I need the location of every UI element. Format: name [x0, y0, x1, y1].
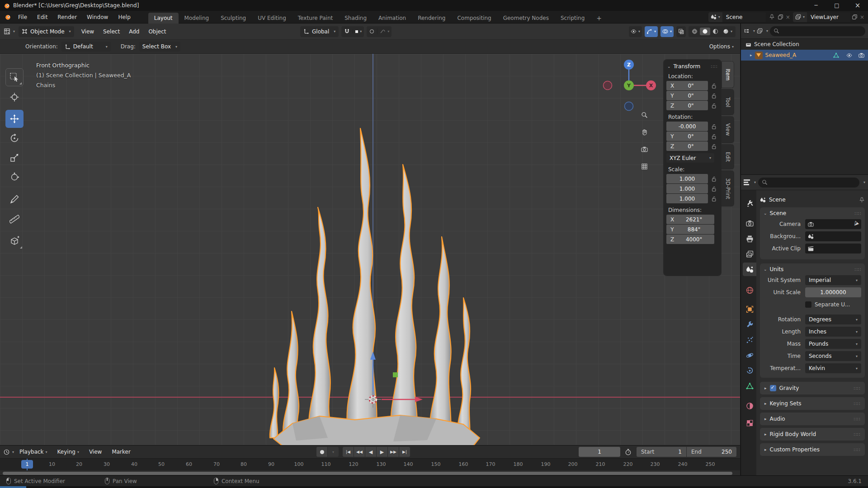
drag-handle-icon[interactable]: ∷∷ — [854, 401, 860, 406]
frame-start-field[interactable]: Start1 — [637, 447, 686, 457]
npanel-tab-tool[interactable]: Tool — [722, 89, 734, 115]
visibility-dropdown[interactable]: ▾ — [629, 26, 642, 37]
drag-handle-icon[interactable]: ∷∷ — [854, 417, 860, 422]
drag-handle-icon[interactable]: ∷∷ — [854, 447, 860, 452]
lock-icon[interactable] — [711, 123, 717, 130]
tool-tweak-select[interactable] — [5, 68, 24, 86]
scale-y-field[interactable]: 1.000 — [666, 184, 708, 193]
scrollbar-thumb[interactable] — [3, 472, 732, 475]
drag-handle-icon[interactable]: ∷∷ — [854, 386, 860, 391]
dimension-z-field[interactable]: Z4000" — [666, 235, 714, 244]
copy-viewlayer-icon[interactable] — [852, 14, 858, 20]
prev-keyframe-button[interactable]: ◀◀ — [354, 447, 365, 457]
lock-icon[interactable] — [711, 143, 717, 150]
viewport-menu-select[interactable]: Select — [99, 28, 124, 35]
shading-material-button[interactable] — [710, 28, 721, 34]
jump-to-end-button[interactable]: ▶| — [399, 447, 410, 457]
menu-marker[interactable]: Marker — [107, 449, 135, 455]
zoom-tool-icon[interactable] — [641, 112, 648, 118]
properties-editor-icon[interactable] — [744, 179, 750, 186]
viewport-menu-view[interactable]: View — [77, 28, 99, 35]
play-reverse-button[interactable]: ◀ — [365, 447, 376, 457]
viewport-menu-object[interactable]: Object — [144, 28, 170, 35]
playhead-current-frame[interactable]: 1 — [21, 460, 33, 469]
custom-properties-panel[interactable]: ▸Custom Properties∷∷ — [760, 443, 865, 456]
next-keyframe-button[interactable]: ▶▶ — [388, 447, 399, 457]
tool-transform[interactable] — [5, 168, 24, 186]
unit-scale-field[interactable]: 1.000000 — [805, 287, 861, 297]
viewport-menu-add[interactable]: Add — [124, 28, 144, 35]
drag-handle-icon[interactable]: ∷∷ — [854, 432, 860, 437]
tool-add-cube[interactable] — [5, 232, 24, 250]
scene-name[interactable]: Scene — [722, 12, 766, 22]
dimension-y-field[interactable]: Y884" — [666, 225, 714, 234]
length-unit-dropdown[interactable]: Inches▾ — [805, 327, 861, 337]
tool-annotate[interactable] — [5, 190, 24, 208]
collapse-arrow-icon[interactable]: ⌄ — [764, 267, 767, 272]
blender-menu-icon[interactable] — [5, 14, 11, 20]
camera-field[interactable]: ⧩ — [805, 219, 861, 229]
proportional-editing-toggle[interactable] — [367, 29, 377, 33]
transform-orientation-dropdown[interactable]: Global ▾ — [300, 26, 339, 37]
rotation-y-field[interactable]: Y0° — [666, 131, 708, 141]
mode-dropdown[interactable]: Object Mode ▾ — [19, 26, 74, 37]
drag-handle-icon[interactable]: ∷∷ — [854, 211, 861, 216]
menu-playback[interactable]: Playback▾ — [15, 449, 52, 455]
workspace-tab-scripting[interactable]: Scripting — [555, 13, 590, 23]
snap-settings-dropdown[interactable]: ▾ — [353, 29, 364, 33]
active-clip-field[interactable] — [805, 244, 861, 253]
workspace-tab-rendering[interactable]: Rendering — [412, 13, 451, 23]
outliner-row-seaweed[interactable]: ▸ Seaweed_A — [741, 50, 868, 61]
overlays-toggle[interactable]: ▾ — [660, 26, 674, 37]
outliner-editor-icon[interactable] — [744, 28, 750, 34]
display-mode-icon[interactable] — [757, 28, 763, 34]
npanel-tab-item[interactable]: Item — [722, 61, 734, 88]
menu-help[interactable]: Help — [113, 11, 135, 23]
tab-render[interactable] — [743, 216, 756, 230]
tab-object-data[interactable] — [743, 379, 756, 393]
gravity-checkbox[interactable] — [770, 385, 776, 391]
keying-sets-panel[interactable]: ▸Keying Sets∷∷ — [760, 397, 865, 410]
viewlayer-name[interactable]: ViewLayer — [807, 12, 850, 22]
unit-system-dropdown[interactable]: Imperial▾ — [805, 275, 861, 285]
tab-tool[interactable] — [743, 197, 756, 210]
rotation-unit-dropdown[interactable]: Degrees▾ — [805, 314, 861, 324]
shading-solid-button[interactable] — [700, 28, 710, 35]
workspace-tab-modeling[interactable]: Modeling — [179, 13, 215, 23]
workspace-tab-uv-editing[interactable]: UV Editing — [252, 13, 292, 23]
gizmos-toggle[interactable]: ▾ — [645, 26, 658, 37]
tab-constraints[interactable] — [743, 364, 756, 377]
npanel-tab-edit[interactable]: Edit — [722, 145, 734, 169]
tool-cursor[interactable] — [5, 88, 24, 106]
eyedropper-icon[interactable]: ⧩ — [852, 220, 860, 229]
workspace-tab-sculpting[interactable]: Sculpting — [215, 13, 252, 23]
editor-type-button[interactable]: ▾ — [4, 28, 15, 35]
tool-scale[interactable] — [5, 149, 24, 167]
frame-end-field[interactable]: End250 — [687, 447, 736, 457]
proportional-falloff-dropdown[interactable]: ▾ — [377, 28, 392, 34]
remove-viewlayer-icon[interactable]: × — [860, 14, 864, 20]
pan-hand-icon[interactable] — [641, 129, 648, 136]
maximize-button[interactable]: □ — [826, 0, 847, 11]
menu-edit[interactable]: Edit — [32, 11, 52, 23]
tab-particles[interactable] — [743, 333, 756, 347]
temperature-unit-dropdown[interactable]: Kelvin▾ — [805, 363, 861, 373]
tab-modifiers[interactable] — [743, 318, 756, 331]
lock-icon[interactable] — [711, 83, 717, 89]
hide-eye-icon[interactable] — [846, 52, 852, 58]
disable-render-icon[interactable] — [859, 52, 864, 58]
add-workspace-button[interactable]: + — [590, 13, 608, 23]
pin-icon[interactable] — [769, 14, 775, 20]
drag-handle-icon[interactable]: ∷∷ — [711, 64, 717, 69]
auto-keying-button[interactable] — [316, 447, 327, 457]
workspace-tab-animation[interactable]: Animation — [373, 13, 412, 23]
audio-panel[interactable]: ▸Audio∷∷ — [760, 413, 865, 425]
keying-dropdown[interactable]: ▾ — [328, 447, 339, 457]
collapse-arrow-icon[interactable]: ⌄ — [764, 211, 767, 216]
camera-view-icon[interactable] — [641, 146, 648, 153]
workspace-tab-compositing[interactable]: Compositing — [451, 13, 497, 23]
navigation-gizmo[interactable]: Z X Y — [601, 58, 657, 114]
ortho-grid-icon[interactable] — [641, 163, 648, 170]
workspace-tab-shading[interactable]: Shading — [339, 13, 373, 23]
copy-scene-icon[interactable] — [778, 14, 783, 20]
